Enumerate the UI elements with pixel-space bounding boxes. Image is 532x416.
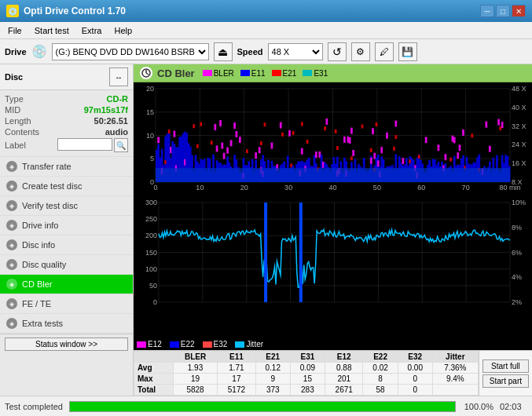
sidebar-item-fe-te[interactable]: ◈ FE / TE: [0, 294, 133, 314]
transfer-rate-icon: ◈: [6, 161, 17, 172]
row-total-e11: 5172: [218, 385, 256, 396]
row-avg-label: Avg: [134, 363, 174, 374]
bottom-chart: [134, 196, 532, 310]
extra-tests-icon: ◈: [6, 318, 17, 329]
legend-e31: E31: [303, 69, 328, 78]
create-test-disc-icon: ◈: [6, 181, 17, 192]
row-total-e22: 58: [363, 385, 398, 396]
disc-label-input[interactable]: [57, 138, 112, 151]
speed-select[interactable]: 48 X: [268, 43, 323, 60]
refresh-button[interactable]: ↺: [328, 42, 347, 61]
legend-jitter-label: Jitter: [246, 340, 263, 348]
title-bar: 💿 Opti Drive Control 1.70 ─ □ ✕: [0, 0, 532, 22]
table-row-total: Total 5828 5172 373 283 2671 58 0: [134, 385, 479, 396]
minimize-button[interactable]: ─: [480, 5, 494, 17]
cd-bler-icon: ◈: [6, 279, 17, 290]
disc-mid-label: MID: [5, 105, 20, 115]
table-action-buttons: Start full Start part: [479, 350, 532, 396]
save-button[interactable]: 💾: [398, 42, 417, 61]
legend-bler-color: [203, 70, 212, 76]
legend-e12-label: E12: [148, 340, 162, 348]
maximize-button[interactable]: □: [496, 5, 510, 17]
sidebar-item-create-test-disc[interactable]: ◈ Create test disc: [0, 177, 133, 196]
row-total-bler: 5828: [173, 385, 217, 396]
menu-file[interactable]: File: [3, 24, 27, 37]
row-total-e21: 373: [255, 385, 290, 396]
disc-info-panel: Type CD-R MID 97m15s17f Length 50:26.51 …: [0, 90, 133, 157]
drive-label: Drive: [5, 47, 27, 57]
row-max-e21: 9: [255, 374, 290, 385]
legend-e21-color: [272, 70, 281, 76]
table-col-bler: BLER: [173, 352, 217, 363]
svg-line-2: [146, 73, 149, 75]
sidebar-item-transfer-rate[interactable]: ◈ Transfer rate: [0, 157, 133, 177]
table-col-e12: E12: [325, 352, 363, 363]
sidebar-item-verify-test-disc[interactable]: ◈ Verify test disc: [0, 196, 133, 216]
sidebar-item-label: Extra tests: [22, 319, 63, 328]
disc-section-header: Disc ↔: [0, 64, 133, 90]
row-avg-e22: 0.02: [363, 363, 398, 374]
row-avg-e31: 0.09: [290, 363, 325, 374]
settings-button2[interactable]: 🖊: [375, 42, 394, 61]
menu-help[interactable]: Help: [109, 24, 137, 37]
sidebar-item-label: Disc info: [22, 240, 55, 250]
legend-e32-label: E32: [214, 340, 228, 348]
start-full-button[interactable]: Start full: [482, 359, 529, 373]
verify-test-disc-icon: ◈: [6, 200, 17, 211]
disc-mid-value: 97m15s17f: [84, 105, 128, 115]
disc-contents-value: audio: [105, 127, 128, 137]
menu-bar: File Start test Extra Help: [0, 22, 532, 39]
sidebar-item-label: Verify test disc: [22, 201, 78, 210]
sidebar-item-label: Create test disc: [22, 181, 82, 191]
table-col-e31: E31: [290, 352, 325, 363]
row-avg-e12: 0.88: [325, 363, 363, 374]
sidebar-item-label: FE / TE: [22, 299, 51, 308]
disc-length-label: Length: [5, 116, 31, 126]
disc-label-row: Label 🔍: [5, 137, 128, 153]
table-col-e22: E22: [363, 352, 398, 363]
settings-button1[interactable]: ⚙: [351, 42, 370, 61]
disc-mid-row: MID 97m15s17f: [5, 104, 128, 115]
elapsed-time: 02:03: [500, 402, 527, 411]
sidebar-item-cd-bler[interactable]: ◈ CD Bler: [0, 275, 133, 294]
sidebar-item-label: Transfer rate: [22, 162, 72, 171]
sidebar-item-disc-quality[interactable]: ◈ Disc quality: [0, 255, 133, 275]
table-col-e11: E11: [218, 352, 256, 363]
sidebar-item-drive-info[interactable]: ◈ Drive info: [0, 216, 133, 235]
close-button[interactable]: ✕: [512, 5, 526, 17]
legend-e22-label: E22: [181, 340, 195, 348]
disc-info-icon: ◈: [6, 239, 17, 250]
status-window-button[interactable]: Status window >>: [5, 338, 128, 351]
sidebar-item-extra-tests[interactable]: ◈ Extra tests: [0, 314, 133, 334]
legend-e21-label: E21: [283, 69, 297, 78]
disc-refresh-button[interactable]: ↔: [109, 68, 128, 86]
table-row-avg: Avg 1.93 1.71 0.12 0.09 0.88 0.02 0.00 7…: [134, 363, 479, 374]
menu-extra[interactable]: Extra: [77, 24, 107, 37]
menu-start-test[interactable]: Start test: [30, 24, 74, 37]
main-layout: Disc ↔ Type CD-R MID 97m15s17f Length 50…: [0, 64, 532, 396]
legend-e22: E22: [170, 340, 195, 348]
row-max-jitter: 9.4%: [432, 374, 478, 385]
row-max-e11: 17: [218, 374, 256, 385]
disc-label-button[interactable]: 🔍: [114, 138, 128, 152]
drive-info-icon: ◈: [6, 220, 17, 231]
table-col-e21: E21: [255, 352, 290, 363]
legend-jitter: Jitter: [235, 340, 263, 348]
app-title: Opti Drive Control 1.70: [24, 5, 126, 16]
start-part-button[interactable]: Start part: [482, 374, 529, 388]
disc-type-label: Type: [5, 94, 24, 104]
table-header-empty: [134, 352, 174, 363]
disc-label-label: Label: [5, 140, 26, 150]
table-col-e32: E32: [398, 352, 432, 363]
eject-button[interactable]: ⏏: [214, 42, 233, 61]
sidebar-item-label: Drive info: [22, 221, 58, 230]
disc-title: Disc: [5, 72, 23, 82]
legend-e31-label: E31: [314, 69, 328, 78]
drive-select[interactable]: (G:) BENQ DVD DD DW1640 BSRB: [52, 43, 209, 60]
legend-e31-color: [303, 70, 312, 76]
legend-e32-color: [203, 341, 212, 348]
sidebar-item-disc-info[interactable]: ◈ Disc info: [0, 235, 133, 255]
disc-contents-label: Contents: [5, 127, 39, 137]
nav-items: ◈ Transfer rate ◈ Create test disc ◈ Ver…: [0, 157, 133, 354]
progress-percent: 100.0%: [462, 402, 493, 411]
